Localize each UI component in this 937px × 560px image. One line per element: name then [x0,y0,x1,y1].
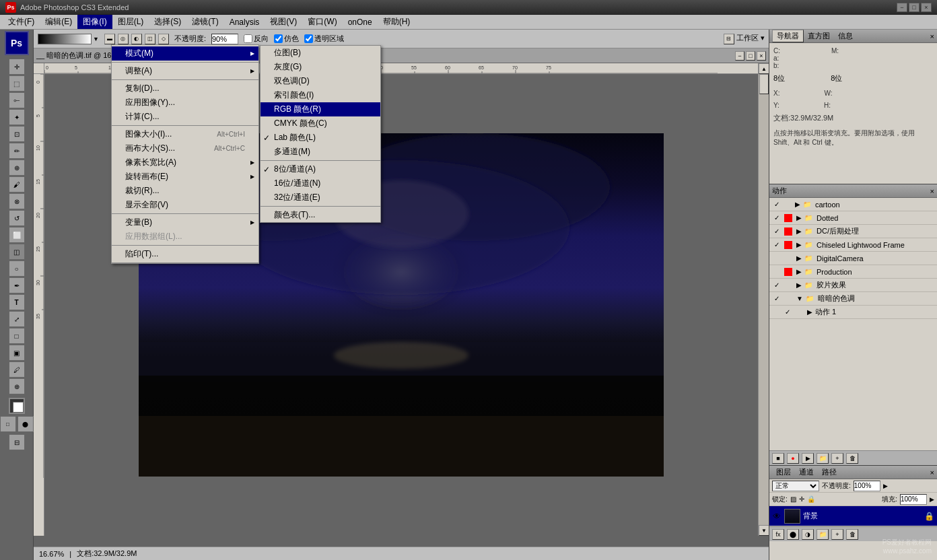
menu-item-trim[interactable]: 裁切(R)... [112,184,258,198]
scroll-thumb[interactable] [759,74,769,94]
layer-mask-btn[interactable]: ⬤ [787,529,799,540]
tool-zoom[interactable]: ⊕ [9,378,25,394]
mode-cmyk[interactable]: CMYK 颜色(C) [261,116,380,131]
menu-item-rotate[interactable]: 旋转画布(E) [112,170,258,184]
tool-dodge[interactable]: ○ [9,260,25,277]
menu-item-duplicate[interactable]: 复制(D)... [112,81,258,96]
menu-item-imgsize[interactable]: 图像大小(I)... Alt+Ctrl+I [112,127,258,141]
action-row-action1[interactable]: ✓ ▶ 动作 1 [769,306,937,319]
angle-gradient-btn[interactable]: ◐ [131,34,142,44]
action-row-film[interactable]: ✓ ▶ 📁 胶片效果 [769,279,937,292]
menu-help[interactable]: 帮助(H) [378,15,416,29]
tool-path[interactable]: ⤢ [9,311,25,327]
vertical-scrollbar[interactable]: ▲ ▼ [758,63,769,536]
menu-view[interactable]: 视图(V) [265,15,302,29]
radial-gradient-btn[interactable]: ◎ [118,34,129,44]
tool-brush[interactable]: 🖌 [9,176,25,193]
menu-item-reveal[interactable]: 显示全部(V) [112,198,258,212]
layer-delete-btn[interactable]: 🗑 [846,529,858,540]
layer-opacity-input[interactable] [854,481,880,491]
menu-window[interactable]: 窗口(W) [302,15,342,29]
scroll-down-btn[interactable]: ▼ [759,525,769,536]
mode-lab[interactable]: ✓Lab 颜色(L) [261,131,380,145]
tool-clone[interactable]: ⊗ [9,193,25,209]
menu-layer[interactable]: 图层(L) [112,15,149,29]
paths-tab[interactable]: 路径 [818,466,841,478]
action-row-dotted[interactable]: ✓ ▶ 📁 Dotted [769,211,937,225]
action-row-chiseled[interactable]: ✓ ▶ 📁 Chiseled Lightwood Frame [769,238,937,252]
action-expand-production[interactable]: ▶ [796,268,802,275]
mode-colortable[interactable]: 颜色表(T)... [261,208,380,222]
tool-wand[interactable]: ✦ [9,109,25,125]
menu-item-variables[interactable]: 变量(B) [112,215,258,230]
menu-item-apply[interactable]: 应用图像(Y)... [112,96,258,110]
action-expand-chiseled[interactable]: ▶ [796,241,802,248]
lock-all-btn[interactable]: 🔒 [807,495,815,503]
tool-move[interactable]: ✛ [9,59,25,75]
linear-gradient-btn[interactable]: ▬ [104,34,115,44]
lock-pos-btn[interactable]: ✛ [799,495,804,503]
gradient-preview[interactable]: ▼ [38,34,99,44]
menu-onone[interactable]: onOne [343,16,378,28]
tool-text[interactable]: T [9,294,25,310]
mode-grayscale[interactable]: 灰度(G) [261,60,380,74]
mode-32bit[interactable]: 32位/通道(E) [261,190,380,205]
canvas-minimize[interactable]: − [735,51,744,61]
mode-rgb[interactable]: RGB 颜色(R) [261,102,380,116]
action-expand-dark[interactable]: ▼ [796,295,803,302]
workspace-selector[interactable]: ⊟ 工作区 ▾ [724,33,765,44]
mode-bitmap[interactable]: 位图(B) [261,46,380,60]
channels-tab[interactable]: 通道 [795,466,818,478]
action-row-production[interactable]: ▶ 📁 Production [769,265,937,279]
reflected-gradient-btn[interactable]: ◫ [145,34,155,44]
layer-adjustment-btn[interactable]: ◑ [802,529,814,540]
menu-analysis[interactable]: Analysis [224,16,265,28]
action-delete-btn[interactable]: 🗑 [846,453,858,464]
menu-item-calc[interactable]: 计算(C)... [112,110,258,124]
tool-eyedrop[interactable]: ✏ [9,143,25,159]
mode-indexed[interactable]: 索引颜色(I) [261,88,380,102]
foreground-color[interactable] [9,398,25,414]
tool-gradient[interactable]: ◫ [9,244,25,260]
lock-pixels-btn[interactable]: ▨ [790,495,796,503]
mode-8bit[interactable]: ✓8位/通道(A) [261,162,380,176]
fill-arrow[interactable]: ▶ [930,496,934,503]
blend-mode-select[interactable]: 正常 [772,481,819,491]
mode-duotone[interactable]: 双色调(D) [261,74,380,88]
tool-quick-mask[interactable]: ⬤ [18,416,34,432]
menu-item-pixelratio[interactable]: 像素长宽比(A) [112,155,258,170]
action-expand-dotted[interactable]: ▶ [796,214,802,221]
action-row-cartoon[interactable]: ✓ ▶ 📁 cartoon [769,198,937,211]
menu-item-trap[interactable]: 陷印(T)... [112,247,258,261]
background-color[interactable] [13,402,24,413]
layer-fx-btn[interactable]: fx [772,529,784,540]
action-play-btn[interactable]: ▶ [802,453,814,464]
canvas-maximize[interactable]: □ [746,51,755,61]
menu-select[interactable]: 选择(S) [149,15,186,29]
minimize-button[interactable]: − [897,3,907,12]
mode-16bit[interactable]: 16位/通道(N) [261,176,380,190]
tool-notes[interactable]: 🖊 [9,361,25,378]
diamond-gradient-btn[interactable]: ◇ [158,34,169,44]
reverse-checkbox[interactable]: 反向 [244,34,269,44]
tool-eraser[interactable]: ⬜ [9,227,25,243]
action-row-digitalcam[interactable]: ▶ 📁 DigitalCamera [769,252,937,265]
action-expand-cartoon[interactable]: ▶ [795,201,800,208]
tool-lasso[interactable]: ⟜ [9,92,25,108]
action-expand-digitalcam[interactable]: ▶ [796,254,802,262]
layers-close[interactable]: × [930,468,934,477]
action-new-btn[interactable]: + [831,453,843,464]
tool-marquee[interactable]: ⬚ [9,75,25,92]
layer-opacity-arrow[interactable]: ▶ [883,483,888,489]
transparency-checkbox[interactable]: 透明区域 [304,34,344,44]
tool-history[interactable]: ↺ [9,210,25,226]
tool-3d[interactable]: ▣ [9,345,25,361]
menu-edit[interactable]: 编辑(E) [40,15,77,29]
canvas-close[interactable]: × [757,51,766,61]
menu-item-mode[interactable]: 模式(M) [112,46,258,61]
tool-screen-mode[interactable]: ⊟ [9,434,25,450]
nav-tab-navigator[interactable]: 导航器 [772,30,804,42]
tool-pen[interactable]: ✒ [9,277,25,293]
action-expand-film[interactable]: ▶ [796,281,802,289]
layers-tab[interactable]: 图层 [772,466,795,478]
